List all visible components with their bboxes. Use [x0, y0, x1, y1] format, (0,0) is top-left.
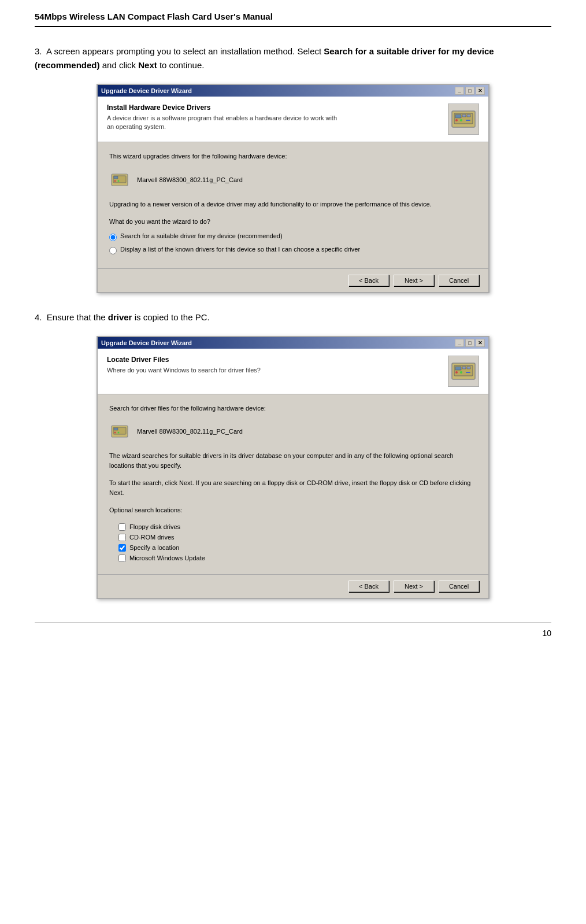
device-icon-2	[109, 421, 130, 442]
dialog-2-cancel-button[interactable]: Cancel	[439, 581, 479, 592]
header-divider	[35, 26, 551, 27]
svg-point-24	[114, 432, 116, 434]
checkbox-location-input[interactable]	[118, 544, 126, 552]
svg-point-6	[460, 119, 462, 121]
svg-point-19	[460, 371, 462, 374]
checkbox-cdrom-input[interactable]	[118, 534, 126, 541]
svg-point-18	[455, 371, 458, 374]
dialog-2-body-line1: Search for driver files for the followin…	[109, 404, 477, 413]
svg-rect-3	[462, 114, 466, 117]
checkbox-floppy: Floppy disk drives	[118, 523, 477, 531]
svg-point-11	[114, 180, 116, 182]
step-3: 3. A screen appears prompting you to sel…	[35, 45, 551, 293]
dialog-2-body: Search for driver files for the followin…	[98, 394, 488, 574]
checkbox-floppy-input[interactable]	[118, 523, 126, 531]
radio-option-1: Search for a suitable driver for my devi…	[109, 232, 477, 241]
page-header: 54Mbps Wireless LAN Compact Flash Card U…	[35, 12, 551, 21]
radio-2-label: Display a list of the known drivers for …	[120, 246, 360, 253]
checkbox-cdrom-label: CD-ROM drives	[129, 534, 175, 541]
dialog-2-maximize-button[interactable]: □	[465, 339, 474, 347]
dialog-1-device-name: Marvell 88W8300_802.11g_PC_Card	[137, 176, 243, 183]
svg-point-25	[118, 432, 120, 434]
close-button[interactable]: ✕	[476, 87, 485, 95]
dialog-2: Upgrade Device Driver Wizard _ □ ✕ Locat…	[97, 336, 489, 599]
svg-point-5	[455, 119, 458, 121]
dialog-2-minimize-button[interactable]: _	[455, 339, 464, 347]
dialog-1-back-button[interactable]: < Back	[348, 275, 389, 286]
step-4: 4. Ensure that the driver is copied to t…	[35, 311, 551, 599]
svg-point-12	[118, 180, 120, 182]
dialog-2-next-button[interactable]: Next >	[394, 581, 434, 592]
svg-rect-7	[466, 120, 470, 121]
svg-rect-15	[455, 367, 461, 370]
dialog-2-device-row: Marvell 88W8300_802.11g_PC_Card	[109, 421, 477, 442]
dialog-2-title: Upgrade Device Driver Wizard	[101, 339, 192, 346]
checkbox-floppy-label: Floppy disk drives	[129, 523, 180, 530]
dialog-1-header-title: Install Hardware Device Drivers	[107, 104, 337, 112]
dialog-1-question: What do you want the wizard to do?	[109, 217, 477, 227]
checkbox-windows-update: Microsoft Windows Update	[118, 555, 477, 562]
dialog-2-back-button[interactable]: < Back	[348, 581, 389, 592]
dialog-2-device-name: Marvell 88W8300_802.11g_PC_Card	[137, 428, 243, 435]
radio-1-label: Search for a suitable driver for my devi…	[120, 232, 283, 239]
step-3-text: 3. A screen appears prompting you to sel…	[35, 45, 551, 72]
dialog-1-header: Install Hardware Device Drivers A device…	[98, 97, 488, 142]
optional-label: Optional search locations:	[109, 505, 477, 515]
dialog-2-header: Locate Driver Files Where do you want Wi…	[98, 349, 488, 394]
dialog-1-footer: < Back Next > Cancel	[98, 268, 488, 292]
dialog-2-header-desc: Where do you want Windows to search for …	[107, 366, 261, 375]
dialog-1-body-line2: Upgrading to a newer version of a device…	[109, 199, 477, 209]
dialog-2-body-line3: To start the search, click Next. If you …	[109, 478, 477, 497]
dialog-1-header-desc: A device driver is a software program th…	[107, 114, 337, 132]
checkbox-location: Specify a location	[118, 544, 477, 552]
radio-list[interactable]	[109, 247, 117, 254]
svg-rect-20	[466, 372, 470, 373]
dialog-1: Upgrade Device Driver Wizard _ □ ✕ Insta…	[97, 84, 489, 293]
dialog-1-header-icon	[448, 104, 479, 135]
checkbox-cdrom: CD-ROM drives	[118, 534, 477, 541]
radio-option-2: Display a list of the known drivers for …	[109, 246, 477, 254]
svg-rect-16	[462, 367, 466, 369]
page-number: 10	[35, 622, 551, 638]
dialog-2-titlebar-buttons: _ □ ✕	[455, 339, 485, 347]
checkbox-location-label: Specify a location	[129, 544, 179, 551]
dialog-1-title: Upgrade Device Driver Wizard	[101, 87, 192, 94]
dialog-1-cancel-button[interactable]: Cancel	[439, 275, 479, 286]
titlebar-buttons: _ □ ✕	[455, 87, 485, 95]
svg-rect-10	[114, 176, 118, 179]
dialog-2-footer: < Back Next > Cancel	[98, 574, 488, 598]
dialog-2-header-text: Locate Driver Files Where do you want Wi…	[107, 356, 261, 375]
maximize-button[interactable]: □	[465, 87, 474, 95]
svg-rect-23	[114, 428, 118, 430]
dialog-1-wrapper: Upgrade Device Driver Wizard _ □ ✕ Insta…	[97, 84, 489, 293]
checkbox-windows-update-input[interactable]	[118, 555, 126, 562]
dialog-2-close-button[interactable]: ✕	[476, 339, 485, 347]
dialog-2-header-title: Locate Driver Files	[107, 356, 261, 364]
dialog-1-body: This wizard upgrades drivers for the fol…	[98, 142, 488, 268]
dialog-2-titlebar: Upgrade Device Driver Wizard _ □ ✕	[98, 337, 488, 349]
radio-search[interactable]	[109, 234, 117, 241]
svg-rect-2	[455, 114, 461, 118]
svg-rect-17	[467, 367, 470, 369]
dialog-1-device-row: Marvell 88W8300_802.11g_PC_Card	[109, 169, 477, 190]
dialog-2-body-line2: The wizard searches for suitable drivers…	[109, 451, 477, 470]
dialog-1-titlebar: Upgrade Device Driver Wizard _ □ ✕	[98, 85, 488, 97]
dialog-2-wrapper: Upgrade Device Driver Wizard _ □ ✕ Locat…	[97, 336, 489, 599]
svg-rect-4	[467, 114, 470, 117]
dialog-1-header-text: Install Hardware Device Drivers A device…	[107, 104, 337, 132]
checkbox-windows-update-label: Microsoft Windows Update	[129, 555, 205, 561]
dialog-1-body-line1: This wizard upgrades drivers for the fol…	[109, 151, 477, 161]
step-4-text: 4. Ensure that the driver is copied to t…	[35, 311, 551, 324]
dialog-1-next-button[interactable]: Next >	[394, 275, 434, 286]
device-icon-1	[109, 169, 130, 190]
dialog-2-header-icon	[448, 356, 479, 387]
minimize-button[interactable]: _	[455, 87, 464, 95]
